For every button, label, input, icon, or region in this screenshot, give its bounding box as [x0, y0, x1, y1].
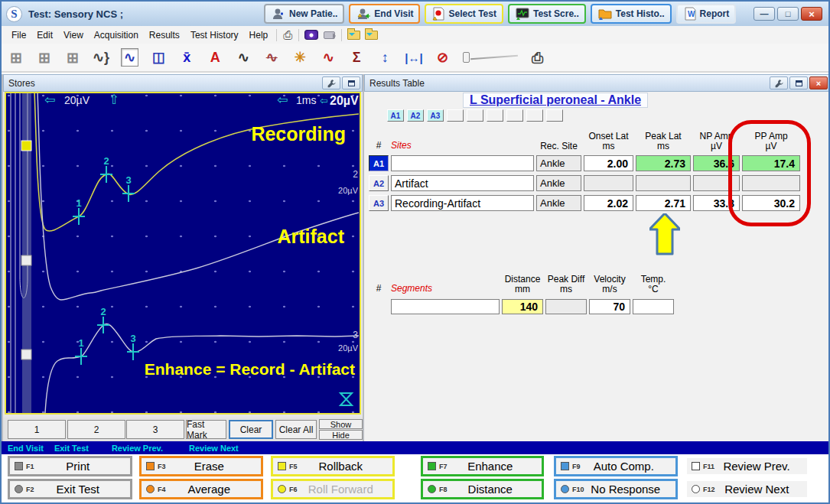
- marker-cursor-2[interactable]: [100, 166, 112, 183]
- layout-grid-icon[interactable]: ⊞: [8, 50, 24, 65]
- menu-acquisition[interactable]: Acquisition: [89, 28, 144, 42]
- site-name-cell[interactable]: Recording: [391, 155, 534, 171]
- quick-end-visit-link[interactable]: End Visit: [8, 444, 44, 453]
- fit-vertical-icon[interactable]: ↕: [376, 50, 393, 64]
- peak-lat-cell[interactable]: [636, 175, 691, 191]
- tab-a1[interactable]: A1: [387, 109, 404, 122]
- slider-handle[interactable]: [463, 52, 470, 63]
- marker-1-button[interactable]: 1: [8, 420, 66, 439]
- tab-empty[interactable]: [467, 109, 483, 122]
- clear-all-button[interactable]: Clear All: [275, 420, 317, 439]
- onset-lat-cell[interactable]: [584, 175, 633, 191]
- marker-cursor-1-enhance[interactable]: [75, 348, 87, 365]
- menu-results[interactable]: Results: [144, 28, 185, 42]
- velocity-cell[interactable]: 70: [589, 299, 630, 314]
- sum-sigma-icon[interactable]: Σ: [348, 50, 365, 64]
- mute-speaker-icon[interactable]: ⊘: [435, 50, 451, 64]
- distance-cell[interactable]: 140: [502, 299, 543, 314]
- fast-mark-button[interactable]: Fast Mark: [186, 420, 226, 439]
- temp-cell[interactable]: [633, 299, 674, 314]
- rec-site-cell[interactable]: Ankle: [536, 175, 581, 191]
- site-name-cell[interactable]: Recording-Artifact: [391, 195, 534, 211]
- gain-increase-arrow-icon[interactable]: ⇧: [109, 93, 119, 107]
- roll-forward-fkey-button[interactable]: F6 Roll Forward: [271, 479, 395, 499]
- print-page-icon[interactable]: ⎙: [529, 50, 546, 65]
- erase-fkey-button[interactable]: F3 Erase: [139, 456, 263, 476]
- maximize-button[interactable]: □: [777, 7, 799, 21]
- smooth-wave-icon[interactable]: ∿: [235, 50, 252, 64]
- row-header-a1[interactable]: A1: [369, 155, 389, 171]
- video-camera-icon[interactable]: [324, 31, 335, 39]
- gain-right-arrow-icon[interactable]: ⇦: [320, 95, 328, 106]
- row-header-a3[interactable]: A3: [369, 195, 389, 211]
- segment-name-cell[interactable]: Recording - Ankle: [391, 299, 500, 314]
- tab-a3[interactable]: A3: [427, 109, 444, 122]
- tab-empty[interactable]: [447, 109, 464, 122]
- clear-button[interactable]: Clear: [229, 420, 273, 439]
- marker-3-button[interactable]: 3: [126, 420, 184, 439]
- fit-horizontal-icon[interactable]: |↔|: [405, 52, 422, 63]
- menu-help[interactable]: Help: [244, 28, 274, 42]
- stores-restore-button[interactable]: [342, 76, 360, 89]
- new-patient-button[interactable]: New Patie..: [264, 4, 344, 24]
- layout-grid-z-icon[interactable]: ⊞: [64, 50, 81, 65]
- marker-cursor-2-enhance[interactable]: [97, 317, 109, 333]
- enhance-fkey-button[interactable]: F7 Enhance: [421, 456, 544, 476]
- peak-lat-cell[interactable]: 2.73: [636, 155, 691, 171]
- tab-a2[interactable]: A2: [407, 109, 424, 122]
- rollback-fkey-button[interactable]: F5 Rollback: [271, 456, 395, 476]
- timebase-arrow-icon[interactable]: ⇦: [277, 93, 288, 107]
- auto-comp-fkey-button[interactable]: F9 Auto Comp.: [554, 456, 678, 476]
- review-next-fkey-button[interactable]: F12 Review Next: [685, 479, 809, 499]
- onset-lat-cell[interactable]: 2.00: [584, 155, 633, 171]
- overlay-traces-icon[interactable]: ∿}: [93, 50, 109, 64]
- tab-empty[interactable]: [546, 109, 563, 122]
- average-xbar-icon[interactable]: x̄: [178, 50, 195, 64]
- quick-review-next-link[interactable]: Review Next: [189, 444, 239, 453]
- end-visit-button[interactable]: End Visit: [349, 4, 420, 24]
- peak-lat-cell[interactable]: 2.71: [636, 195, 691, 211]
- rec-site-cell[interactable]: Ankle: [536, 195, 581, 211]
- print-icon[interactable]: ⎙: [283, 29, 292, 41]
- split-single-icon[interactable]: ◫: [150, 50, 167, 64]
- menu-view[interactable]: View: [58, 28, 89, 42]
- exit-test-fkey-button[interactable]: F2 Exit Test: [8, 479, 132, 499]
- menu-test-history[interactable]: Test History: [185, 28, 244, 42]
- report-button[interactable]: W Report: [676, 4, 737, 24]
- quick-review-prev-link[interactable]: Review Prev.: [112, 444, 163, 453]
- trace-handle-enhance[interactable]: [21, 350, 31, 359]
- save-folder-icon[interactable]: [365, 31, 378, 40]
- stores-settings-button[interactable]: [322, 76, 340, 89]
- volume-slider[interactable]: [463, 52, 518, 63]
- menu-edit[interactable]: Edit: [31, 28, 58, 42]
- tab-empty[interactable]: [526, 109, 543, 122]
- select-test-button[interactable]: Select Test: [425, 4, 503, 24]
- marker-cursor-3[interactable]: [122, 185, 135, 202]
- rec-site-cell[interactable]: Ankle: [536, 155, 581, 171]
- test-history-button[interactable]: Test Histo..: [591, 4, 672, 24]
- minimize-button[interactable]: —: [754, 7, 775, 21]
- marker-tool-icon[interactable]: A: [207, 50, 223, 64]
- results-settings-button[interactable]: [770, 76, 788, 89]
- print-fkey-button[interactable]: F1 Print: [8, 456, 132, 476]
- hide-button[interactable]: Hide: [319, 430, 363, 440]
- show-button[interactable]: Show: [319, 419, 363, 429]
- camera-icon[interactable]: [304, 30, 318, 40]
- tab-empty[interactable]: [506, 109, 523, 122]
- test-screen-button[interactable]: Test Scre..: [508, 4, 586, 24]
- site-name-cell[interactable]: Artifact: [391, 175, 534, 191]
- review-prev-fkey-button[interactable]: F11 Review Prev.: [685, 456, 809, 476]
- marker-cursor-3-enhance[interactable]: [127, 343, 139, 360]
- distance-fkey-button[interactable]: F8 Distance: [421, 479, 544, 499]
- onset-lat-cell[interactable]: 2.02: [584, 195, 633, 211]
- layout-grid-next-icon[interactable]: ⊞: [36, 50, 53, 65]
- close-button[interactable]: ×: [801, 7, 822, 21]
- results-close-button[interactable]: ×: [809, 76, 828, 89]
- trace-handle-artifact[interactable]: [21, 255, 31, 265]
- results-restore-button[interactable]: [789, 76, 808, 89]
- hand-burst-icon[interactable]: ✳: [291, 50, 308, 64]
- no-response-fkey-button[interactable]: F10 No Response: [554, 479, 678, 499]
- tab-empty[interactable]: [487, 109, 503, 122]
- open-folder-icon[interactable]: [347, 31, 360, 40]
- menu-file[interactable]: File: [6, 28, 31, 42]
